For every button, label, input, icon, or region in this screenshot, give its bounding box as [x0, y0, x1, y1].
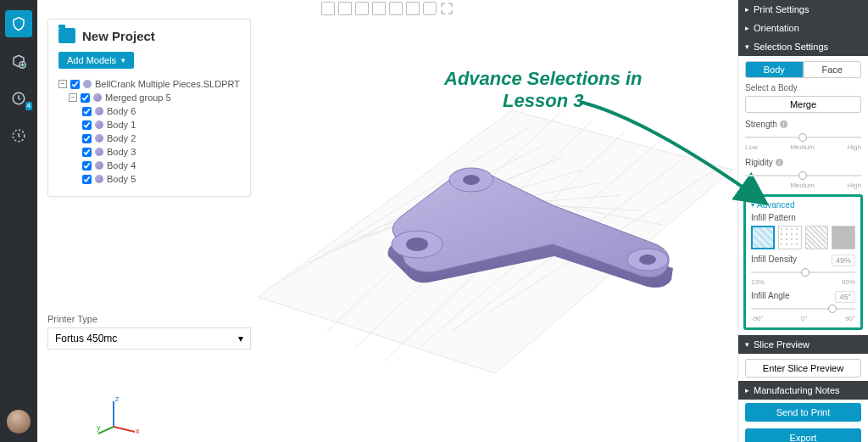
tree-body-row[interactable]: Body 5: [58, 172, 240, 186]
pattern-hex-icon[interactable]: [778, 226, 802, 249]
pattern-sparse-icon[interactable]: [751, 226, 775, 249]
infill-angle-slider[interactable]: [751, 303, 855, 315]
info-icon[interactable]: i: [776, 159, 783, 166]
tree-body-row[interactable]: Body 3: [58, 145, 240, 159]
rigidity-slider[interactable]: [745, 170, 861, 182]
axis-max: 90°: [845, 315, 855, 322]
body-icon: [95, 161, 103, 170]
group-name: Merged group 5: [105, 92, 171, 103]
section-orientation[interactable]: Orientation: [738, 19, 868, 37]
collapse-icon[interactable]: −: [69, 93, 77, 102]
axis-max: 80%: [842, 278, 855, 286]
file-name: BellCrank Multiple Pieces.SLDPRT: [95, 79, 240, 89]
strength-label: Strength: [745, 120, 777, 129]
strength-slider[interactable]: [745, 131, 861, 143]
infill-density-slider[interactable]: [751, 266, 855, 278]
tree-group-row[interactable]: − Merged group 5: [58, 91, 240, 104]
infill-angle-value[interactable]: 45°: [835, 291, 855, 303]
model-part[interactable]: [376, 136, 682, 322]
model-tree: − BellCrank Multiple Pieces.SLDPRT − Mer…: [58, 77, 240, 186]
axis-low: Low: [745, 182, 758, 189]
printer-select[interactable]: Fortus 450mc ▾: [47, 327, 251, 350]
view-iso-icon[interactable]: [423, 2, 437, 15]
body-checkbox[interactable]: [82, 120, 92, 130]
body-checkbox[interactable]: [82, 161, 92, 171]
view-top-icon[interactable]: [389, 2, 403, 15]
view-bottom-icon[interactable]: [406, 2, 420, 15]
printer-selected: Fortus 450mc: [55, 333, 117, 344]
pattern-solid-icon[interactable]: [832, 226, 855, 249]
toggle-face[interactable]: Face: [804, 61, 862, 78]
svg-point-8: [639, 255, 656, 265]
section-print-settings[interactable]: Print Settings: [738, 0, 868, 19]
view-back-icon[interactable]: [338, 2, 352, 15]
axis-medium: Medium: [790, 143, 814, 151]
axis-high: High: [848, 182, 861, 189]
axis-min: -90°: [751, 315, 764, 322]
nav-history-icon[interactable]: [5, 122, 32, 149]
collapse-icon[interactable]: −: [58, 80, 67, 88]
body-label: Body 1: [107, 120, 136, 130]
nav-project-icon[interactable]: [5, 10, 32, 37]
view-front-icon[interactable]: [321, 2, 335, 15]
axis-mid: 0°: [801, 315, 808, 322]
chevron-down-icon: ▾: [238, 333, 243, 344]
advanced-toggle[interactable]: Advanced: [751, 200, 855, 210]
body-label: Body 3: [107, 147, 136, 157]
section-manufacturing-notes[interactable]: Manufacturing Notes: [738, 381, 868, 400]
body-checkbox[interactable]: [82, 175, 92, 184]
folder-icon: [58, 28, 75, 43]
tree-body-row[interactable]: Body 6: [58, 104, 240, 118]
body-label: Body 5: [107, 174, 136, 184]
svg-line-13: [98, 427, 114, 434]
tree-body-row[interactable]: Body 4: [58, 159, 240, 172]
info-icon[interactable]: i: [780, 120, 787, 128]
queue-badge: 4: [25, 102, 32, 110]
group-icon: [93, 93, 102, 102]
axis-low: Low: [745, 143, 758, 151]
tree-file-row[interactable]: − BellCrank Multiple Pieces.SLDPRT: [58, 77, 240, 91]
svg-point-4: [463, 175, 480, 185]
left-toolbar: 4: [0, 0, 37, 442]
tree-body-row[interactable]: Body 1: [58, 118, 240, 131]
nav-add-icon[interactable]: [5, 48, 32, 75]
send-to-print-button[interactable]: Send to Print: [745, 403, 861, 422]
view-right-icon[interactable]: [372, 2, 386, 15]
file-checkbox[interactable]: [70, 80, 80, 89]
add-models-button[interactable]: Add Models: [58, 52, 134, 69]
viewport-area: Advance Selections in Lesson 3 New Proje…: [37, 0, 737, 442]
body-label: Body 4: [107, 160, 136, 171]
infill-density-label: Infill Density 49%: [751, 255, 855, 264]
rigidity-label: Rigidity: [745, 158, 773, 167]
body-label: Body 6: [107, 106, 136, 116]
infill-angle-label: Infill Angle 45°: [751, 291, 855, 300]
svg-text:x: x: [136, 427, 139, 435]
select-body-label: Select a Body: [745, 83, 861, 92]
infill-density-value[interactable]: 49%: [832, 255, 855, 266]
avatar[interactable]: [7, 410, 31, 434]
body-checkbox[interactable]: [82, 107, 92, 116]
merge-button[interactable]: Merge: [745, 96, 861, 113]
axis-min: 13%: [751, 278, 765, 286]
section-slice-preview[interactable]: Slice Preview: [738, 335, 868, 354]
body-label: Body 2: [107, 133, 136, 143]
axis-medium: Medium: [790, 182, 814, 189]
body-checkbox[interactable]: [82, 148, 92, 157]
toggle-body[interactable]: Body: [745, 61, 804, 78]
body-checkbox[interactable]: [82, 134, 92, 143]
view-fit-icon[interactable]: [440, 2, 453, 15]
body-icon: [95, 134, 103, 143]
body-icon: [95, 148, 103, 156]
group-checkbox[interactable]: [81, 93, 90, 103]
enter-slice-preview-button[interactable]: Enter Slice Preview: [745, 359, 861, 378]
tree-body-row[interactable]: Body 2: [58, 131, 240, 145]
infill-pattern-label: Infill Pattern: [751, 213, 855, 222]
section-selection-settings[interactable]: Selection Settings: [738, 37, 868, 56]
export-button[interactable]: Export: [745, 428, 861, 442]
view-left-icon[interactable]: [355, 2, 369, 15]
svg-line-11: [114, 427, 135, 432]
project-title: New Project: [82, 29, 155, 43]
nav-queue-icon[interactable]: 4: [5, 85, 32, 112]
pattern-gyroid-icon[interactable]: [805, 226, 829, 249]
visibility-icon[interactable]: [83, 80, 92, 88]
